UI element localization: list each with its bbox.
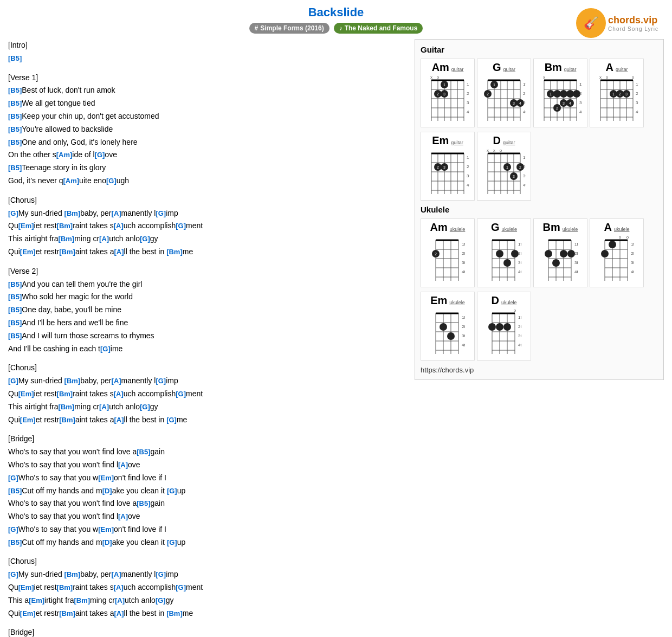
- svg-text:1: 1: [493, 83, 495, 87]
- svg-text:3fr: 3fr: [518, 260, 521, 265]
- svg-text:o: o: [437, 75, 440, 80]
- svg-text:3fr: 3fr: [636, 100, 638, 105]
- svg-text:3fr: 3fr: [523, 173, 526, 178]
- svg-text:2: 2: [437, 92, 439, 96]
- brand-logo: 🎸 chords.vip Chord Song Lyric: [576, 8, 658, 38]
- chord-g-ukulele[interactable]: G ukulele: [477, 218, 531, 287]
- svg-point-231: [488, 323, 496, 331]
- chord-am-ukulele[interactable]: Am ukulele: [421, 218, 475, 287]
- svg-text:o: o: [606, 75, 609, 80]
- section-verse2: [Verse 2] [B5]And you can tell them you'…: [8, 265, 406, 356]
- svg-text:3: 3: [443, 165, 445, 169]
- chord-bm-guitar[interactable]: Bm guitar: [533, 59, 587, 127]
- svg-text:4fr: 4fr: [523, 110, 526, 114]
- svg-text:4fr: 4fr: [518, 269, 521, 274]
- svg-text:1fr: 1fr: [523, 82, 526, 87]
- svg-text:2fr: 2fr: [523, 164, 526, 169]
- section-chorus2: [Chorus] [G]My sun-dried [Bm]baby, per[A…: [8, 362, 406, 426]
- genre-label: Simple Forms (2016): [260, 24, 324, 32]
- svg-text:1fr: 1fr: [518, 315, 521, 320]
- svg-point-201: [609, 241, 616, 248]
- svg-text:2fr: 2fr: [467, 164, 469, 169]
- section-label: [Intro]: [8, 39, 406, 52]
- guitar-icon: 🎸: [576, 8, 606, 38]
- svg-point-182: [552, 259, 560, 267]
- chord-a-guitar[interactable]: A guitar x: [590, 59, 644, 127]
- svg-text:1: 1: [506, 165, 508, 169]
- svg-text:4fr: 4fr: [467, 110, 469, 114]
- guitar-row-1: Am guitar: [421, 59, 658, 127]
- svg-text:1: 1: [612, 92, 615, 96]
- svg-text:3fr: 3fr: [631, 260, 634, 265]
- svg-point-184: [567, 250, 575, 258]
- svg-text:1fr: 1fr: [574, 242, 578, 247]
- svg-text:x: x: [543, 75, 545, 80]
- svg-text:1: 1: [443, 83, 445, 87]
- svg-text:2fr: 2fr: [462, 251, 465, 256]
- song-title: Backslide: [8, 5, 664, 20]
- genre-tag[interactable]: # Simple Forms (2016): [249, 23, 329, 34]
- chord-b5[interactable]: [B5]: [8, 54, 22, 62]
- svg-text:x: x: [487, 148, 489, 153]
- svg-text:2: 2: [437, 165, 439, 169]
- svg-point-215: [440, 323, 447, 331]
- svg-text:3: 3: [513, 175, 515, 178]
- svg-text:1fr: 1fr: [518, 242, 521, 247]
- chord-d-ukulele[interactable]: D ukulele o: [477, 292, 531, 361]
- svg-text:2fr: 2fr: [574, 251, 578, 256]
- svg-text:2fr: 2fr: [523, 91, 526, 96]
- ukulele-section-title: Ukulele: [421, 205, 658, 214]
- svg-text:3fr: 3fr: [579, 100, 582, 105]
- chord-a-ukulele[interactable]: A ukulele o: [590, 218, 644, 287]
- chord-d-guitar[interactable]: D guitar x: [477, 132, 531, 201]
- chord-bm-ukulele[interactable]: Bm ukulele: [533, 218, 587, 287]
- svg-text:2: 2: [519, 165, 521, 169]
- chord-em-ukulele[interactable]: Em ukulele: [421, 292, 475, 361]
- svg-text:4fr: 4fr: [636, 110, 638, 114]
- section-intro: [Intro] [B5]: [8, 39, 406, 65]
- svg-text:4fr: 4fr: [574, 269, 578, 274]
- svg-point-233: [503, 323, 511, 331]
- svg-text:2fr: 2fr: [518, 324, 521, 329]
- svg-text:4fr: 4fr: [523, 183, 526, 188]
- chords-column: Guitar Am guitar: [415, 39, 664, 637]
- svg-text:3fr: 3fr: [518, 333, 521, 338]
- svg-text:3fr: 3fr: [462, 333, 465, 338]
- artist-tag[interactable]: ♪ The Naked and Famous: [334, 23, 423, 34]
- svg-text:2fr: 2fr: [518, 251, 521, 256]
- svg-text:o: o: [619, 235, 622, 240]
- svg-text:1fr: 1fr: [467, 82, 469, 87]
- svg-text:1fr: 1fr: [636, 82, 638, 87]
- svg-text:1fr: 1fr: [631, 242, 634, 247]
- svg-text:2: 2: [619, 92, 621, 96]
- chord-g-guitar[interactable]: G guitar: [477, 59, 531, 127]
- svg-text:2fr: 2fr: [467, 91, 469, 96]
- svg-text:o: o: [514, 308, 516, 313]
- svg-point-165: [496, 250, 503, 258]
- chord-em-guitar[interactable]: Em guitar: [421, 132, 475, 201]
- lyrics-column: [Intro] [B5] [Verse 1] [B5]Best of luck,…: [8, 39, 406, 637]
- section-chorus1: [Chorus] [G]My sun-dried [Bm]baby, per[A…: [8, 194, 406, 259]
- svg-point-60: [553, 90, 561, 98]
- artist-icon: ♪: [339, 24, 343, 32]
- svg-text:2fr: 2fr: [462, 324, 465, 329]
- section-chorus3: [Chorus] [G]My sun-dried [Bm]baby, per[A…: [8, 555, 406, 620]
- svg-text:1: 1: [550, 92, 552, 96]
- svg-text:3: 3: [625, 92, 628, 96]
- svg-text:2fr: 2fr: [579, 91, 582, 96]
- svg-text:3fr: 3fr: [467, 173, 469, 178]
- chord-box-url: https://chords.vip: [421, 366, 658, 374]
- svg-text:3fr: 3fr: [467, 100, 469, 105]
- guitar-section-title: Guitar: [421, 45, 658, 54]
- chord-am-guitar[interactable]: Am guitar: [421, 59, 475, 127]
- svg-text:4fr: 4fr: [518, 343, 521, 348]
- svg-text:3fr: 3fr: [574, 260, 578, 265]
- svg-text:x: x: [599, 75, 602, 80]
- svg-text:3fr: 3fr: [462, 260, 465, 265]
- svg-text:1fr: 1fr: [523, 155, 526, 160]
- section-bridge1: [Bridge] Who's to say that you won't fin…: [8, 433, 406, 549]
- svg-point-181: [545, 250, 552, 258]
- svg-text:x: x: [430, 75, 432, 80]
- svg-point-166: [503, 259, 511, 267]
- svg-text:4: 4: [569, 101, 571, 105]
